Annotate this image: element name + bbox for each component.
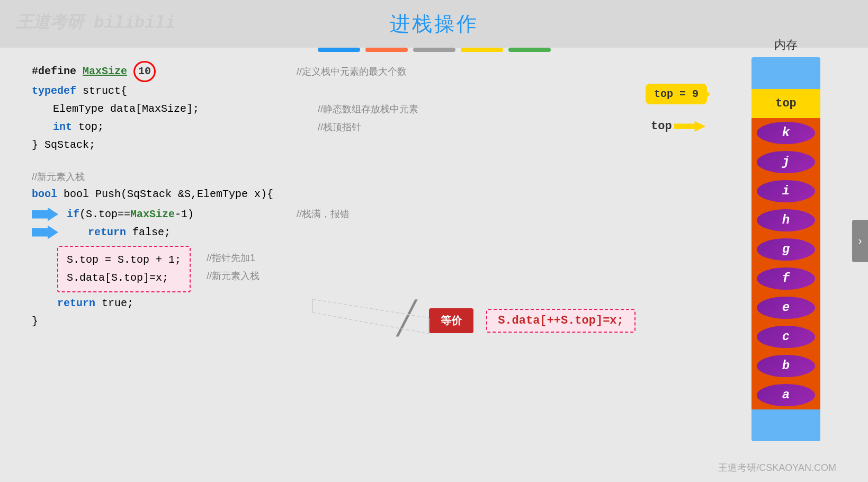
mem-slot-i: i <box>751 176 820 206</box>
pink-box-left: S.top = S.top + 1; S.data[S.top]=x; <box>57 246 191 292</box>
memory-section: 内存 top = 9 top top k j i <box>714 37 857 441</box>
mem-slot-h: h <box>751 206 820 235</box>
mem-oval-a: a <box>757 384 815 406</box>
code-line-define: #define MaxSize 10 //定义栈中元素的最大个数 <box>32 61 688 82</box>
mem-slot-e: e <box>751 293 820 322</box>
top-pointer: top <box>651 120 706 133</box>
equiv-label: 等价 <box>429 308 473 333</box>
mem-oval-b: b <box>757 355 815 377</box>
comments-block: //指针先加1 //新元素入栈 <box>207 250 259 284</box>
elemtype-text: ElemType data[MaxSize]; <box>53 103 199 115</box>
mem-slot-k: k <box>751 118 820 147</box>
mem-slot-b: b <box>751 351 820 380</box>
mem-oval-k: k <box>757 122 815 144</box>
sdata-assign: S.data[S.top]=x; <box>67 269 181 287</box>
mem-slot-g: g <box>751 235 820 264</box>
var-top: top; <box>78 121 104 133</box>
return-true: true; <box>102 297 133 309</box>
pink-box-section: S.top = S.top + 1; S.data[S.top]=x; //指针… <box>32 246 688 292</box>
mem-oval-i: i <box>757 180 815 202</box>
comment-define: //定义栈中元素的最大个数 <box>297 64 407 80</box>
expand-tab[interactable]: › <box>852 220 868 262</box>
code-inttop-left: int top; <box>53 118 307 136</box>
stop-increment: S.top = S.top + 1; <box>67 251 181 269</box>
code-line-sqstack: } SqStack; <box>32 136 688 154</box>
arrow-if <box>32 208 58 221</box>
color-bars <box>318 48 551 52</box>
mem-oval-f: f <box>757 267 815 290</box>
mem-oval-g: g <box>757 238 815 261</box>
mem-slot-a: a <box>751 380 820 409</box>
keyword-return: return <box>57 297 95 309</box>
slash-icon: ╱ <box>397 305 416 336</box>
top-balloon: top = 9 <box>646 84 707 104</box>
mem-top-cap <box>751 57 820 89</box>
mem-slot-j: j <box>751 147 820 176</box>
keyword-struct: struct{ <box>83 85 127 97</box>
memory-wrapper: top = 9 top top k j i <box>714 57 857 441</box>
value-10: 10 <box>133 61 156 82</box>
mem-oval-c: c <box>757 326 815 348</box>
keyword-define: #define <box>32 65 83 77</box>
watermark: 王道考研/CSKAOYAN.COM <box>718 461 836 474</box>
color-bar-3 <box>413 48 455 52</box>
color-bar-5 <box>508 48 551 52</box>
color-bar-1 <box>318 48 360 52</box>
mem-top-text: top <box>775 97 797 110</box>
equiv-expr: S.data[++S.top]=x; <box>486 309 636 333</box>
code-if-left: if(S.top==MaxSize-1) <box>32 206 286 224</box>
top-label: top <box>651 120 672 133</box>
code-define-left: #define MaxSize 10 <box>32 61 286 82</box>
comment-elemtype: //静态数组存放栈中元素 <box>318 101 418 118</box>
page-title: 进栈操作 <box>390 11 479 38</box>
code-line-push: bool bool Push(SqStack &S,ElemType x){ <box>32 185 688 203</box>
main-content: #define MaxSize 10 //定义栈中元素的最大个数 typedef… <box>32 61 688 331</box>
mem-oval-e: e <box>757 297 815 319</box>
mem-top-yellow: top <box>751 89 820 118</box>
equiv-section: ╱ 等价 S.data[++S.top]=x; <box>397 305 636 336</box>
mem-slot-c: c <box>751 322 820 351</box>
func-push: bool Push(SqStack &S,ElemType x){ <box>64 188 273 200</box>
comment-pointer-add: //指针先加1 <box>207 250 259 266</box>
code-line-typedef: typedef struct{ <box>32 82 688 100</box>
code-line-if: if(S.top==MaxSize-1) //栈满，报错 <box>32 206 688 224</box>
comment-top: //栈顶指针 <box>318 119 361 136</box>
slash-area: ╱ <box>397 305 416 336</box>
keyword-typedef: typedef <box>32 85 76 97</box>
comment-push-elem: //新元素入栈 <box>207 268 259 284</box>
keyword-int: int <box>53 121 72 133</box>
arrow-return <box>32 226 58 239</box>
return-false: return false; <box>67 224 171 242</box>
memory-container: top k j i h g f <box>751 57 820 441</box>
code-line-inttop: int top; //栈顶指针 <box>32 118 688 136</box>
top-arrow-icon <box>674 121 706 132</box>
comment-if: //栈满，报错 <box>297 206 350 222</box>
code-line-return-false: return false; <box>32 224 688 242</box>
mem-oval-h: h <box>757 209 815 231</box>
mem-bottom-cap <box>751 409 820 441</box>
color-bar-4 <box>461 48 503 52</box>
code-comment-push: //新元素入栈 <box>32 169 688 185</box>
code-section: #define MaxSize 10 //定义栈中元素的最大个数 typedef… <box>32 61 688 331</box>
mem-oval-j: j <box>757 151 815 173</box>
mem-slot-f: f <box>751 264 820 293</box>
logo: 王道考研 bilibili <box>16 11 175 34</box>
color-bar-2 <box>365 48 408 52</box>
if-condition: if(S.top==MaxSize-1) <box>67 206 194 224</box>
code-elemtype-left: ElemType data[MaxSize]; <box>53 100 307 118</box>
keyword-bool: bool <box>32 188 57 200</box>
maxsize-keyword: MaxSize <box>83 65 127 77</box>
memory-label: 内存 <box>714 37 857 53</box>
code-line-elemtype: ElemType data[MaxSize]; //静态数组存放栈中元素 <box>32 100 688 118</box>
